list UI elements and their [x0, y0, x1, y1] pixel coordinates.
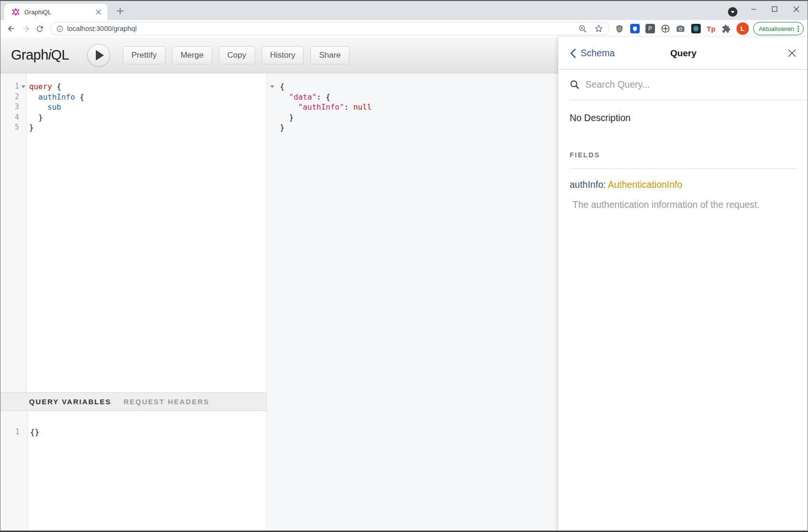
- minimize-button[interactable]: [747, 2, 761, 16]
- browser-tab[interactable]: GraphiQL: [4, 4, 107, 20]
- site-info-icon[interactable]: [56, 25, 63, 32]
- fold-arrow-icon[interactable]: [270, 85, 274, 88]
- graphiql-app: GraphiQL Prettify Merge Copy History Sha…: [0, 37, 808, 532]
- code-line: "data": {: [280, 92, 558, 102]
- chevron-left-icon: [570, 48, 576, 59]
- doc-search-input[interactable]: [585, 79, 808, 90]
- line-number: 5: [0, 123, 19, 133]
- divider: [570, 168, 797, 169]
- field-name-link[interactable]: authInfo: [570, 179, 603, 190]
- query-code[interactable]: query { authInfo { sub } }: [27, 73, 266, 392]
- back-icon[interactable]: [4, 21, 19, 36]
- profile-avatar[interactable]: L: [736, 22, 749, 35]
- tab-title: GraphiQL: [24, 9, 94, 16]
- crosshair-extension-icon[interactable]: [660, 23, 671, 34]
- field-description: The authentication information of the re…: [570, 199, 797, 210]
- code-line: {}: [30, 427, 266, 438]
- tp-extension-icon[interactable]: Tp: [706, 23, 716, 34]
- doc-explorer-header: Query Schema: [558, 37, 808, 70]
- reload-icon[interactable]: [33, 21, 47, 36]
- line-number: 2: [0, 92, 19, 102]
- code-line: {: [280, 82, 558, 92]
- history-button[interactable]: History: [262, 46, 304, 64]
- query-editor[interactable]: 1 2 3 4 5 query { authInfo { sub } }: [0, 73, 266, 392]
- code-line: query {: [29, 82, 266, 92]
- field-type-link[interactable]: AuthenticationInfo: [608, 179, 682, 190]
- code-line: }: [29, 113, 266, 123]
- doc-search-row: [570, 70, 808, 100]
- play-icon: [96, 50, 104, 61]
- tab-search-icon[interactable]: [728, 7, 737, 17]
- graphiql-toolbar: GraphiQL Prettify Merge Copy History Sha…: [0, 37, 558, 73]
- type-description: No Description: [570, 113, 797, 123]
- share-button[interactable]: Share: [310, 46, 349, 64]
- doc-back-link[interactable]: Schema: [570, 48, 615, 59]
- variables-editor[interactable]: 1 {}: [0, 411, 266, 532]
- tab-request-headers[interactable]: REQUEST HEADERS: [123, 398, 209, 406]
- merge-button[interactable]: Merge: [172, 46, 212, 64]
- doc-back-label: Schema: [581, 48, 615, 59]
- graphql-favicon: [12, 8, 20, 16]
- execute-button[interactable]: [87, 44, 110, 67]
- line-number: 1: [0, 427, 20, 438]
- doc-explorer: Query Schema No Descrip: [558, 37, 808, 532]
- close-button[interactable]: [789, 2, 803, 16]
- prettify-button[interactable]: Prettify: [123, 46, 165, 64]
- line-number: 3: [0, 102, 19, 113]
- result-code: { "data": { "authInfo": null } }: [267, 73, 558, 133]
- doc-close-icon[interactable]: [786, 47, 798, 60]
- forward-icon[interactable]: [19, 21, 33, 36]
- address-bar: localhost:3000/graphql: [0, 20, 808, 37]
- code-line: }: [280, 123, 558, 133]
- graphiql-logo: GraphiQL: [11, 47, 69, 63]
- variables-code[interactable]: {}: [28, 411, 266, 532]
- bookmark-star-icon[interactable]: [594, 24, 603, 33]
- kebab-menu-icon: [798, 26, 800, 32]
- fold-arrow-icon[interactable]: [21, 85, 25, 88]
- tab-close-icon[interactable]: [94, 8, 102, 16]
- camera-extension-icon[interactable]: [675, 23, 686, 34]
- code-line: "authInfo": null: [280, 102, 558, 113]
- line-number: 4: [0, 113, 19, 123]
- bitwarden-extension-icon[interactable]: [630, 23, 640, 34]
- fields-heading: FIELDS: [570, 151, 797, 159]
- query-gutter: 1 2 3 4 5: [0, 73, 27, 392]
- code-line: }: [29, 123, 266, 133]
- new-tab-button[interactable]: [115, 6, 125, 16]
- code-line: sub: [29, 102, 266, 113]
- url-field[interactable]: localhost:3000/graphql: [50, 22, 610, 35]
- dark-p-extension-icon[interactable]: P: [645, 23, 655, 34]
- react-devtools-extension-icon[interactable]: [691, 23, 701, 34]
- zoom-icon[interactable]: [578, 24, 587, 33]
- tab-query-variables[interactable]: QUERY VARIABLES: [29, 398, 111, 406]
- browser-window: GraphiQL: [0, 0, 808, 532]
- result-pane[interactable]: { "data": { "authInfo": null } }: [266, 73, 558, 532]
- extensions-row: P: [614, 23, 732, 34]
- variables-gutter: 1: [0, 411, 28, 532]
- maximize-button[interactable]: [767, 2, 782, 16]
- doc-body: No Description FIELDS authInfo: Authenti…: [558, 100, 808, 210]
- copy-button[interactable]: Copy: [219, 46, 255, 64]
- secondary-editor-tabs: QUERY VARIABLES REQUEST HEADERS: [0, 392, 266, 411]
- field-row: authInfo: AuthenticationInfo: [570, 179, 797, 190]
- chrome-update-menu-button[interactable]: Aktualisieren: [753, 22, 804, 35]
- url-text[interactable]: localhost:3000/graphql: [67, 25, 578, 32]
- code-line: }: [280, 113, 558, 123]
- query-pane: 1 2 3 4 5 query { authInfo { sub } } QUE…: [0, 73, 266, 532]
- search-icon: [570, 80, 580, 90]
- tab-strip: GraphiQL: [0, 1, 808, 20]
- field-separator: :: [603, 179, 608, 190]
- ublock-extension-icon[interactable]: [614, 23, 625, 34]
- update-button-label: Aktualisieren: [759, 25, 794, 32]
- avatar-initial: L: [740, 25, 745, 32]
- code-line: authInfo {: [29, 92, 266, 102]
- line-number: 1: [0, 82, 19, 92]
- extensions-puzzle-icon[interactable]: [721, 23, 732, 34]
